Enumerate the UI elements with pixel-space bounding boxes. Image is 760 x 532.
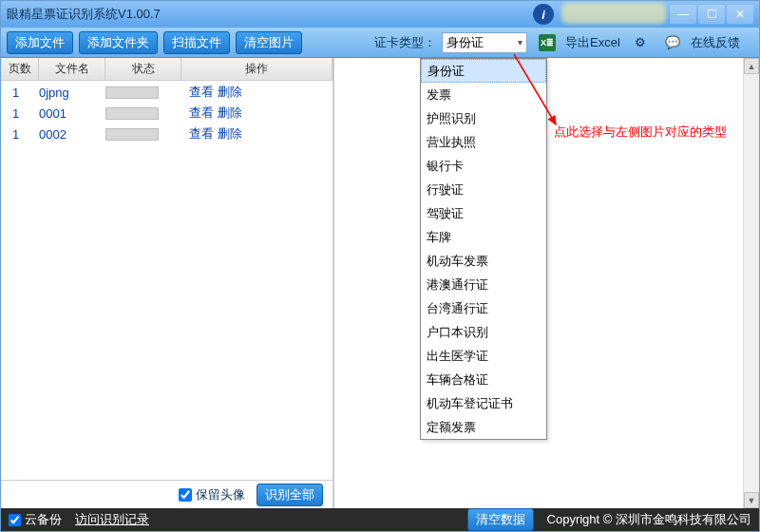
dropdown-item[interactable]: 机动车发票 (421, 249, 546, 273)
cell-page: 1 (1, 127, 39, 142)
gear-icon[interactable]: ⚙ (632, 34, 649, 51)
card-type-combo[interactable]: 身份证 ▾ (442, 32, 527, 53)
recognize-all-button[interactable]: 识别全部 (256, 484, 323, 506)
app-window: 眼精星票证识别系统V1.00.7 i — ☐ ✕ 添加文件 添加文件夹 扫描文件… (0, 0, 760, 532)
cell-status (105, 86, 181, 99)
dropdown-item[interactable]: 护照识别 (421, 106, 546, 130)
visit-records-link[interactable]: 访问识别记录 (75, 511, 149, 528)
left-bottom-bar: 保留头像 识别全部 (1, 480, 332, 508)
copyright-text: Copyright © 深圳市金鸣科技有限公司 (547, 511, 751, 528)
dropdown-item[interactable]: 车辆合格证 (421, 368, 546, 391)
scroll-track[interactable] (744, 74, 759, 492)
progress-bar (105, 128, 159, 141)
blurred-region (561, 3, 666, 24)
keep-avatar-input[interactable] (179, 488, 192, 502)
cell-name: 0002 (39, 127, 105, 142)
right-pane: 身份证发票护照识别营业执照银行卡行驶证驾驶证车牌机动车发票港澳通行证台湾通行证户… (334, 58, 759, 508)
export-excel-link[interactable]: 导出Excel (565, 34, 620, 51)
cell-name: 0jpng (39, 86, 105, 100)
add-file-button[interactable]: 添加文件 (7, 31, 73, 54)
table-row[interactable]: 10001查看删除 (1, 102, 332, 123)
col-status[interactable]: 状态 (105, 58, 181, 80)
card-type-selected: 身份证 (446, 34, 484, 51)
content: 页数 文件名 状态 操作 10jpng查看删除10001查看删除10002查看删… (1, 58, 759, 508)
keep-avatar-checkbox[interactable]: 保留头像 (179, 486, 245, 504)
close-button[interactable]: ✕ (727, 5, 753, 24)
clear-image-button[interactable]: 清空图片 (236, 31, 302, 54)
dropdown-item[interactable]: 行驶证 (421, 178, 546, 201)
scroll-down-button[interactable]: ▼ (744, 492, 759, 508)
delete-link[interactable]: 删除 (218, 125, 242, 142)
card-type-dropdown[interactable]: 身份证发票护照识别营业执照银行卡行驶证驾驶证车牌机动车发票港澳通行证台湾通行证户… (420, 58, 547, 440)
grid-body: 10jpng查看删除10001查看删除10002查看删除 (1, 81, 332, 480)
col-page[interactable]: 页数 (1, 58, 39, 80)
window-controls: — ☐ ✕ (670, 5, 753, 24)
cell-op: 查看删除 (181, 125, 332, 142)
scroll-up-button[interactable]: ▲ (744, 58, 759, 74)
table-row[interactable]: 10002查看删除 (1, 123, 332, 143)
grid-header: 页数 文件名 状态 操作 (1, 58, 332, 81)
view-link[interactable]: 查看 (189, 125, 214, 142)
progress-bar (105, 86, 159, 99)
annotation-text: 点此选择与左侧图片对应的类型 (554, 124, 727, 141)
col-op[interactable]: 操作 (181, 58, 332, 80)
cell-page: 1 (1, 106, 39, 121)
app-title: 眼精星票证识别系统V1.00.7 (7, 6, 161, 23)
dropdown-item[interactable]: 户口本识别 (421, 320, 546, 344)
view-link[interactable]: 查看 (189, 84, 214, 101)
info-icon[interactable]: i (533, 4, 554, 25)
keep-avatar-label: 保留头像 (196, 486, 245, 504)
table-row[interactable]: 10jpng查看删除 (1, 81, 332, 102)
chevron-down-icon: ▾ (518, 37, 522, 48)
cell-op: 查看删除 (181, 104, 332, 122)
col-name[interactable]: 文件名 (39, 58, 105, 80)
dropdown-item[interactable]: 银行卡 (421, 154, 546, 178)
titlebar: 眼精星票证识别系统V1.00.7 i — ☐ ✕ (1, 1, 759, 28)
progress-bar (105, 107, 159, 120)
cell-op: 查看删除 (181, 84, 332, 101)
dropdown-item[interactable]: 港澳通行证 (421, 273, 546, 296)
cell-page: 1 (1, 86, 39, 100)
delete-link[interactable]: 删除 (218, 84, 242, 101)
dropdown-item[interactable]: 营业执照 (421, 130, 546, 154)
dropdown-item[interactable]: 驾驶证 (421, 201, 546, 225)
cloud-backup-checkbox[interactable]: 云备份 (9, 511, 62, 528)
dropdown-item[interactable]: 台湾通行证 (421, 296, 546, 320)
view-link[interactable]: 查看 (189, 104, 214, 122)
cell-status (105, 107, 181, 120)
dropdown-item[interactable]: 身份证 (421, 59, 546, 83)
dropdown-item[interactable]: 出生医学证 (421, 344, 546, 368)
left-pane: 页数 文件名 状态 操作 10jpng查看删除10001查看删除10002查看删… (1, 58, 334, 508)
add-folder-button[interactable]: 添加文件夹 (79, 31, 158, 54)
cloud-backup-label: 云备份 (25, 511, 62, 528)
card-type-label: 证卡类型： (374, 34, 436, 51)
minimize-button[interactable]: — (670, 5, 696, 24)
dropdown-item[interactable]: 机动车登记证书 (421, 391, 546, 415)
cloud-backup-input[interactable] (9, 514, 21, 526)
excel-icon[interactable]: X≣ (539, 34, 556, 51)
vertical-scrollbar[interactable]: ▲ ▼ (743, 58, 759, 508)
chat-icon: 💬 (664, 34, 681, 51)
cell-status (105, 128, 181, 141)
clear-data-button[interactable]: 清空数据 (467, 508, 534, 531)
feedback-link[interactable]: 在线反馈 (691, 34, 740, 51)
statusbar: 云备份 访问识别记录 清空数据 Copyright © 深圳市金鸣科技有限公司 (1, 508, 759, 531)
dropdown-item[interactable]: 发票 (421, 83, 546, 106)
maximize-button[interactable]: ☐ (698, 5, 725, 24)
delete-link[interactable]: 删除 (218, 104, 242, 122)
cell-name: 0001 (39, 106, 105, 121)
scan-file-button[interactable]: 扫描文件 (163, 31, 230, 54)
toolbar: 添加文件 添加文件夹 扫描文件 清空图片 证卡类型： 身份证 ▾ X≣ 导出Ex… (1, 28, 759, 58)
dropdown-item[interactable]: 定额发票 (421, 415, 546, 439)
dropdown-item[interactable]: 车牌 (421, 225, 546, 249)
